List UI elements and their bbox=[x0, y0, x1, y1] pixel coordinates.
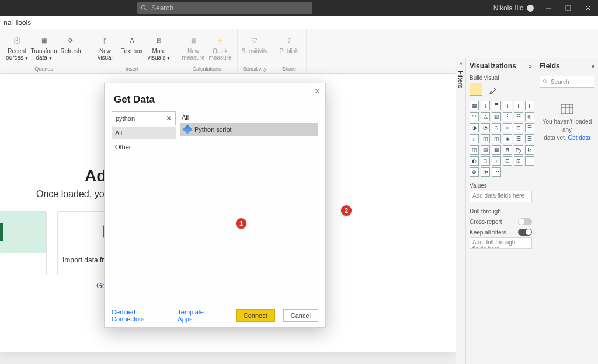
viz-type-24[interactable]: ◫ bbox=[470, 145, 479, 155]
maximize-button[interactable] bbox=[558, 0, 578, 16]
search-icon bbox=[141, 5, 148, 12]
get-data-link[interactable]: Get data bbox=[568, 135, 590, 141]
viz-type-7[interactable]: △ bbox=[481, 112, 490, 121]
svg-rect-3 bbox=[566, 6, 571, 10]
viz-type-4[interactable]: ⫿ bbox=[514, 101, 523, 110]
viz-type-19[interactable]: ◫ bbox=[481, 134, 490, 144]
viz-type-30[interactable]: ◐ bbox=[470, 156, 479, 166]
viz-type-2[interactable]: ≣ bbox=[492, 101, 501, 110]
search-icon bbox=[543, 79, 548, 85]
right-panels: « Filters Visualizations» Build visual ▦… bbox=[456, 58, 598, 364]
fields-empty-state: You haven't loaded any data yet. Get dat… bbox=[540, 104, 594, 142]
fields-panel: Fields» Search You haven't loaded any da… bbox=[536, 58, 598, 364]
welcome-title: Ad bbox=[85, 167, 106, 186]
viz-type-34[interactable]: ⊡ bbox=[514, 156, 523, 166]
visualizations-panel: Visualizations» Build visual ▦⫿≣⫿⫿⫿◠△▥⋮☷… bbox=[466, 58, 536, 364]
viz-type-29[interactable]: ⊵ bbox=[525, 145, 534, 155]
global-search-placeholder: Search bbox=[151, 4, 173, 12]
ribbon-tab-external-tools[interactable]: nal Tools bbox=[0, 16, 598, 29]
category-other[interactable]: Other bbox=[112, 141, 176, 153]
format-visual-tab[interactable] bbox=[487, 83, 500, 96]
svg-point-0 bbox=[142, 6, 145, 9]
user-account[interactable]: Nikola Ilic bbox=[493, 4, 534, 12]
dialog-title: Get Data bbox=[105, 83, 325, 111]
cancel-button[interactable]: Cancel bbox=[283, 309, 318, 322]
excel-icon: X bbox=[0, 223, 3, 241]
more-visuals-button[interactable]: ⊞More visuals ▾ bbox=[145, 30, 172, 61]
get-data-dialog: ✕ Get Data python ✕ All Other All Python… bbox=[104, 83, 326, 328]
viz-type-3[interactable]: ⫿ bbox=[503, 101, 512, 110]
refresh-button[interactable]: ⟳Refresh bbox=[57, 30, 84, 61]
text-box-button[interactable]: AText box bbox=[119, 30, 145, 61]
viz-type-26[interactable]: ▦ bbox=[492, 145, 501, 155]
connector-search-input[interactable]: python ✕ bbox=[112, 111, 176, 125]
connector-python-script[interactable]: Python script bbox=[180, 123, 318, 136]
clear-search-icon[interactable]: ✕ bbox=[166, 114, 172, 123]
fields-search[interactable]: Search bbox=[540, 76, 594, 88]
viz-type-36[interactable]: ⊕ bbox=[470, 167, 479, 177]
viz-type-5[interactable]: ⫿ bbox=[525, 101, 534, 110]
viz-type-18[interactable]: ⌂ bbox=[470, 134, 479, 144]
viz-type-21[interactable]: ◈ bbox=[503, 134, 512, 144]
sensitivity-button: 🛡Sensitivity bbox=[241, 30, 268, 54]
keep-filters-toggle[interactable] bbox=[518, 229, 532, 236]
import-excel-card[interactable]: X from Excel bbox=[0, 211, 47, 275]
viz-type-13[interactable]: ◔ bbox=[481, 123, 490, 132]
visualization-type-grid: ▦⫿≣⫿⫿⫿◠△▥⋮☷⊞◑◔⊙⌾⊡☰⌂◫◫◈☰☰◫▤▦RPy⊵◐□♀⊡⊡⊕≫⋯ bbox=[470, 101, 532, 177]
ribbon-group-calculations: ▦New measure ⚡Quick measure Calculations bbox=[176, 29, 238, 73]
chevron-right-icon[interactable]: » bbox=[529, 63, 532, 69]
close-window-button[interactable] bbox=[578, 0, 598, 16]
chevron-right-icon[interactable]: » bbox=[591, 63, 594, 69]
svg-rect-6 bbox=[0, 223, 3, 241]
viz-type-33[interactable]: ⊡ bbox=[503, 156, 512, 166]
category-all[interactable]: All bbox=[112, 127, 176, 139]
ribbon-group-insert: ▯New visual AText box ⊞More visuals ▾ In… bbox=[88, 29, 176, 73]
connect-button[interactable]: Connect bbox=[236, 309, 275, 322]
certified-connectors-link[interactable]: Certified Connectors bbox=[112, 309, 169, 323]
viz-type-25[interactable]: ▤ bbox=[481, 145, 490, 155]
values-drop-zone[interactable]: Add data fields here bbox=[470, 191, 532, 202]
viz-type-32[interactable]: ♀ bbox=[492, 156, 501, 166]
viz-type-12[interactable]: ◑ bbox=[470, 123, 479, 132]
transform-data-button[interactable]: ▦Transform data ▾ bbox=[30, 30, 57, 61]
build-visual-tab[interactable] bbox=[470, 83, 482, 96]
global-search[interactable]: Search bbox=[137, 2, 312, 14]
viz-type-37[interactable]: ≫ bbox=[481, 167, 490, 177]
viz-type-6[interactable]: ◠ bbox=[470, 112, 479, 121]
viz-type-38[interactable]: ⋯ bbox=[492, 167, 501, 177]
viz-type-23[interactable]: ☰ bbox=[525, 134, 534, 144]
viz-type-31[interactable]: □ bbox=[481, 156, 490, 166]
viz-type-14[interactable]: ⊙ bbox=[492, 123, 501, 132]
viz-type-9[interactable]: ⋮ bbox=[503, 112, 512, 121]
close-dialog-button[interactable]: ✕ bbox=[314, 87, 321, 96]
cross-report-toggle[interactable] bbox=[518, 218, 532, 225]
recent-sources-button[interactable]: 🕘Recent ources ▾ bbox=[4, 30, 30, 61]
welcome-subtitle: Once loaded, yo bbox=[36, 189, 105, 200]
chevron-left-icon: « bbox=[459, 61, 463, 67]
new-visual-button[interactable]: ▯New visual bbox=[92, 30, 119, 61]
viz-type-27[interactable]: R bbox=[503, 145, 512, 155]
viz-type-0[interactable]: ▦ bbox=[470, 101, 479, 110]
viz-type-17[interactable]: ☰ bbox=[525, 123, 534, 132]
minimize-button[interactable] bbox=[538, 0, 558, 16]
ribbon-group-sensitivity: 🛡Sensitivity Sensitivity bbox=[238, 29, 272, 73]
viz-type-16[interactable]: ⊡ bbox=[514, 123, 523, 132]
viz-type-1[interactable]: ⫿ bbox=[481, 101, 490, 110]
viz-type-8[interactable]: ▥ bbox=[492, 112, 501, 121]
viz-type-22[interactable]: ☰ bbox=[514, 134, 523, 144]
new-measure-button: ▦New measure bbox=[180, 30, 207, 61]
svg-line-1 bbox=[145, 9, 147, 10]
viz-type-10[interactable]: ☷ bbox=[514, 112, 523, 121]
svg-line-13 bbox=[546, 82, 548, 84]
filters-panel-collapsed[interactable]: « Filters bbox=[456, 58, 466, 364]
viz-type-15[interactable]: ⌾ bbox=[503, 123, 512, 132]
viz-type-35[interactable] bbox=[525, 156, 534, 166]
viz-type-20[interactable]: ◫ bbox=[492, 134, 501, 144]
viz-type-11[interactable]: ⊞ bbox=[525, 112, 534, 121]
title-bar: Search Nikola Ilic bbox=[0, 0, 598, 16]
annotation-badge-2: 2 bbox=[341, 205, 352, 216]
template-apps-link[interactable]: Template Apps bbox=[178, 309, 219, 323]
drillthrough-drop-zone[interactable]: Add drill-through fields here bbox=[470, 237, 532, 249]
table-icon bbox=[561, 104, 573, 114]
viz-type-28[interactable]: Py bbox=[514, 145, 523, 155]
